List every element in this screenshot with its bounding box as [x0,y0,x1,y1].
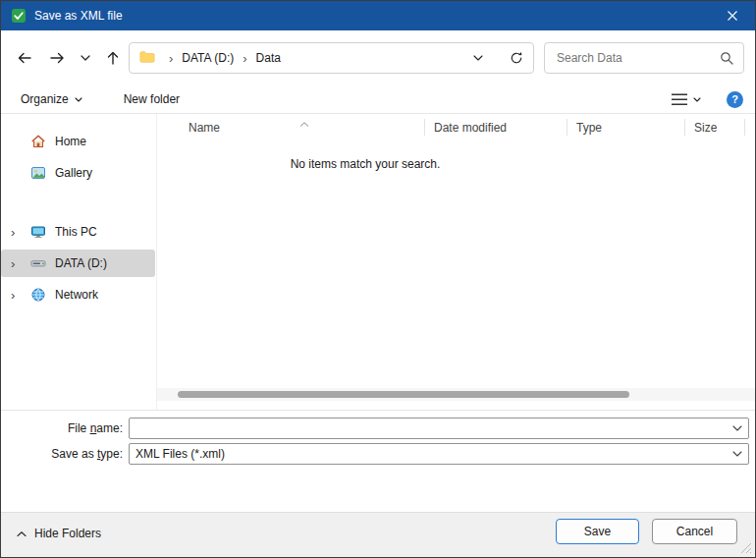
tree-expand-chevron-icon[interactable]: › [11,288,30,303]
drive-icon [30,255,46,271]
sidebar-item-label: Gallery [55,166,92,180]
column-header-date-modified[interactable]: Date modified [434,121,507,135]
file-name-input[interactable] [130,418,727,438]
column-header-size[interactable]: Size [694,121,717,135]
new-folder-label: New folder [124,92,180,106]
file-name-label: File name: [1,421,123,435]
navigation-pane: Home Gallery › This PC › [1,114,157,410]
file-list: Name Date modified Type Size No items ma… [157,114,755,410]
close-icon[interactable] [710,1,755,30]
command-bar-right: ? [664,89,743,110]
horizontal-scrollbar-thumb[interactable] [178,391,629,398]
sidebar-item-this-pc[interactable]: › This PC [1,218,155,246]
tree-expand-chevron-icon[interactable]: › [11,256,30,271]
column-header-type[interactable]: Type [576,121,602,135]
details-view-icon [672,93,687,106]
app-icon[interactable] [11,8,27,24]
column-resize-handle[interactable] [424,119,425,136]
save-as-type-label: Save as type: [1,447,123,461]
cancel-button[interactable]: Cancel [652,519,737,544]
command-bar: Organize New folder ? [1,85,755,114]
folder-icon [139,50,155,66]
column-resize-handle[interactable] [744,119,745,136]
save-as-type-row: Save as type: XML Files (*.xml) [1,443,755,465]
breadcrumb-item-drive[interactable]: DATA (D:) [179,50,237,66]
main-area: Home Gallery › This PC › [1,114,755,410]
address-dropdown-chevron-icon[interactable] [465,45,491,71]
up-icon[interactable] [99,43,127,73]
sort-up-icon[interactable] [299,116,309,130]
organize-label: Organize [21,92,69,106]
sidebar-item-network[interactable]: › Network [1,281,155,308]
network-icon [30,287,46,303]
sidebar-item-home[interactable]: Home [1,128,155,155]
home-icon [30,134,46,149]
window-title: Save as XML file [34,9,123,23]
organize-button[interactable]: Organize [13,88,90,110]
search-icon[interactable] [720,51,733,65]
resize-grip-icon[interactable] [740,542,752,554]
sidebar-item-label: Network [55,288,98,302]
column-header-name[interactable]: Name [189,121,220,135]
recent-locations-chevron-icon[interactable] [74,43,97,73]
label-text: ame: [96,421,123,435]
horizontal-scrollbar[interactable] [157,388,755,401]
column-resize-handle[interactable] [567,119,567,136]
save-button[interactable]: Save [556,519,639,544]
gallery-icon [30,165,46,181]
chevron-up-icon [17,531,27,536]
sidebar-item-label: This PC [55,225,97,239]
label-text: Save as [51,447,97,461]
address-bar[interactable]: › DATA (D:) › Data [129,42,534,74]
save-as-type-value: XML Files (*.xml) [130,447,727,461]
empty-list-message: No items match your search. [157,157,573,171]
chevron-down-icon [75,97,82,102]
sidebar-item-gallery[interactable]: Gallery [1,159,155,187]
breadcrumb-chevron-icon[interactable]: › [242,51,247,66]
breadcrumb-chevron-icon[interactable]: › [168,51,174,66]
file-name-combobox[interactable] [129,418,749,439]
back-icon[interactable] [9,43,40,73]
sidebar-item-data-drive[interactable]: › DATA (D:) [1,250,155,277]
search-input[interactable] [555,50,720,66]
dialog-footer: Hide Folders Save Cancel [1,512,755,557]
save-as-type-combobox[interactable]: XML Files (*.xml) [129,443,749,465]
file-name-row: File name: [1,418,755,439]
column-resize-handle[interactable] [684,119,685,136]
navigation-bar: › DATA (D:) › Data [1,30,755,85]
sidebar-item-label: Home [55,135,86,148]
tree-expand-chevron-icon[interactable]: › [11,225,30,240]
label-text: ype: [100,447,123,461]
forward-icon[interactable] [42,43,72,73]
breadcrumb-item-folder[interactable]: Data [253,50,284,66]
chevron-down-icon [693,97,701,102]
chevron-down-icon[interactable] [727,444,748,464]
new-folder-button[interactable]: New folder [116,88,188,110]
title-bar: Save as XML file [1,1,755,30]
sidebar-item-label: DATA (D:) [55,256,107,270]
refresh-icon[interactable] [504,45,529,71]
help-icon[interactable]: ? [727,91,743,108]
computer-icon [30,224,46,240]
save-fields-section: File name: Save as type: XML Files (*.xm… [1,410,755,512]
hide-folders-button[interactable]: Hide Folders [11,526,107,541]
label-text: File [68,421,90,435]
view-options-button[interactable] [664,89,709,110]
chevron-down-icon[interactable] [727,418,748,438]
hide-folders-label: Hide Folders [34,527,101,540]
search-box[interactable] [544,42,744,74]
save-as-dialog: Save as XML file › DATA (D:) › Data [0,0,756,558]
